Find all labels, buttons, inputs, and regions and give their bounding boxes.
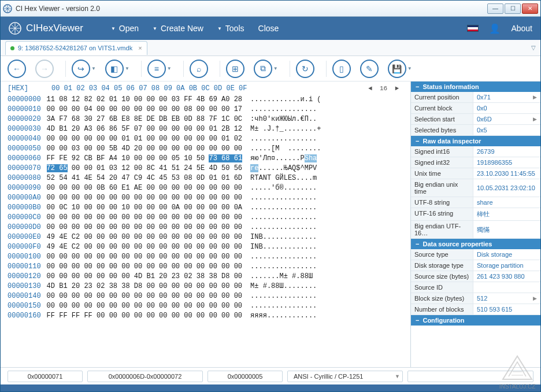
user-icon[interactable]: 👤 (489, 23, 501, 34)
row-current-position[interactable]: Current position0x71▶ (411, 92, 540, 103)
section-status-info[interactable]: −Status information (411, 82, 540, 92)
row-selected-bytes[interactable]: Selected bytes0x5 (411, 125, 540, 136)
status-bar: 0x00000071 0x0000006D-0x00000072 0x00000… (1, 367, 540, 384)
goto-dropdown[interactable]: ▼ (91, 66, 96, 71)
inspector-panel: −Status information Current position0x71… (410, 82, 540, 367)
section-data-source[interactable]: −Data source properties (411, 239, 540, 249)
row-be-utf16[interactable]: Big endian UTF-16…獨慲 (411, 221, 540, 239)
row-disk-type[interactable]: Disk storage typeStorage partition (411, 260, 540, 271)
row-selection-start[interactable]: Selection start0x6D▶ (411, 114, 540, 125)
row-current-block[interactable]: Current block0x0 (411, 103, 540, 114)
bookmark-button[interactable]: ◧ (105, 60, 124, 78)
save-button[interactable]: 💾 (388, 60, 406, 78)
tab-close-icon[interactable]: × (138, 45, 142, 51)
row-int16[interactable]: Signed int1626739 (411, 146, 540, 157)
bookmark-dropdown[interactable]: ▼ (125, 66, 129, 71)
status-range: 0x0000006D-0x00000072 (87, 371, 203, 382)
row-source-id[interactable]: Source ID (411, 282, 540, 293)
edit-button[interactable]: ✎ (360, 60, 379, 78)
menu-about[interactable]: About (511, 24, 532, 33)
window-title: CI Hex Viewer - version 2.0 (16, 5, 487, 13)
hex-row[interactable]: 000000E049 4E C2 00 00 00 00 00 00 00 00… (8, 232, 410, 242)
menu-open[interactable]: ▼Open (111, 24, 139, 33)
hex-row[interactable]: 0000009000 00 00 00 0B 60 E1 AE 00 00 00… (8, 183, 410, 193)
row-source-type[interactable]: Source typeDisk storage (411, 249, 540, 260)
hex-row[interactable]: 0000015000 00 00 00 00 00 00 00 00 00 00… (8, 301, 410, 311)
language-icon[interactable] (467, 25, 479, 32)
status-position: 0x00000071 (8, 371, 83, 382)
main-menubar: CIHexViewer ▼Open ▼Create New ▼Tools Clo… (1, 17, 540, 40)
brand-icon (9, 22, 21, 35)
hex-row[interactable]: 000000F049 4E C2 00 00 00 00 00 00 00 00… (8, 242, 410, 252)
row-be-unixtime[interactable]: Big endian unix time10.05.2031 23:02:10 (411, 179, 540, 197)
close-window-button[interactable]: ✕ (522, 3, 538, 14)
tab-active[interactable]: 9: 13687652-524281267 on VITS1.vmdk × (5, 41, 147, 55)
tab-overflow-icon[interactable]: ▽ (531, 45, 536, 51)
minimize-button[interactable]: — (487, 3, 503, 14)
row-num-blocks[interactable]: Number of blocks510 593 615 (411, 304, 540, 315)
row-utf8[interactable]: UTF-8 stringshare (411, 197, 540, 208)
status-spacer (407, 371, 533, 382)
status-encoding[interactable]: ANSI - Cyrillic / CP-1251▼ (287, 371, 403, 382)
hex-row[interactable]: 0000004000 00 00 00 00 00 01 01 00 00 00… (8, 134, 410, 144)
hex-viewer[interactable]: ◄ 16 ► [HEX]00 01 02 03 04 05 06 07 08 0… (1, 82, 410, 367)
tab-label: 9: 13687652-524281267 on VITS1.vmdk (18, 45, 132, 51)
brand-label: CIHexViewer (26, 23, 83, 34)
grid-button[interactable]: ⊞ (226, 60, 244, 78)
hex-row[interactable]: 00000060FF FE 92 CB BF A4 10 00 00 00 05… (8, 154, 410, 164)
hex-row[interactable]: 0000007072 65 00 00 01 03 12 00 8C 41 51… (8, 164, 410, 173)
hex-row[interactable]: 0000005000 00 03 00 00 5B 4D 20 00 00 00… (8, 144, 410, 154)
nav-forward-button: → (35, 60, 54, 78)
list-button[interactable]: ≡ (147, 60, 166, 78)
menu-tools[interactable]: ▼Tools (217, 24, 244, 33)
tab-bar: 9: 13687652-524281267 on VITS1.vmdk × ▽ (1, 40, 540, 56)
footer-bar (1, 384, 540, 391)
window-titlebar: CI Hex Viewer - version 2.0 — ☐ ✕ (1, 1, 540, 17)
row-source-size[interactable]: Source size (bytes)261 423 930 880 (411, 271, 540, 282)
hex-row[interactable]: 000000B000 0C 10 00 00 00 10 00 00 00 0A… (8, 203, 410, 213)
app-icon (3, 4, 12, 13)
hex-row[interactable]: 000001304D B1 20 23 02 38 38 D8 00 00 00… (8, 282, 410, 291)
maximize-button[interactable]: ☐ (505, 3, 521, 14)
goto-button[interactable]: ↪ (72, 60, 90, 78)
hex-row[interactable]: 0000001000 00 00 04 00 00 00 00 00 00 00… (8, 105, 410, 114)
app-brand: CIHexViewer (9, 22, 83, 35)
tab-status-dot (10, 46, 14, 50)
row-int32[interactable]: Signed int321918986355 (411, 157, 540, 168)
hex-row[interactable]: 0000010000 00 00 00 00 00 00 00 00 00 00… (8, 252, 410, 262)
column-pager[interactable]: ◄ 16 ► (368, 84, 399, 94)
row-unixtime[interactable]: Unix time23.10.2030 11:45:55 (411, 168, 540, 179)
section-configuration[interactable]: −Configuration (411, 315, 540, 326)
search-button[interactable]: ⌕ (190, 60, 208, 78)
row-utf16[interactable]: UTF-16 string桳牡 (411, 208, 540, 221)
hex-row[interactable]: 00000160FF FF FF FF 00 00 00 00 00 00 00… (8, 311, 410, 321)
hex-row[interactable]: 0000008052 54 41 4E 54 20 47 C9 4C 45 53… (8, 173, 410, 183)
hex-row[interactable]: 0000011000 00 00 00 00 00 00 00 00 00 00… (8, 262, 410, 272)
hex-row[interactable]: 000000203A F7 68 30 27 6B E8 8E DE DB EB… (8, 114, 410, 124)
hex-row[interactable]: 000000C000 00 00 00 00 00 00 00 00 00 00… (8, 213, 410, 223)
hex-row[interactable]: 000000304D B1 20 A3 06 86 5F 07 00 00 00… (8, 124, 410, 134)
copy-button[interactable]: ⧉ (254, 60, 272, 78)
copy-dropdown[interactable]: ▼ (273, 66, 278, 71)
nav-back-button[interactable]: ← (8, 60, 26, 78)
save-dropdown[interactable]: ▼ (407, 66, 412, 71)
list-dropdown[interactable]: ▼ (167, 66, 172, 71)
hex-row[interactable]: 000000A000 00 00 00 00 00 00 00 00 00 00… (8, 193, 410, 203)
hex-row[interactable]: 0000014000 00 00 00 00 00 00 00 00 00 00… (8, 291, 410, 301)
section-raw-data[interactable]: −Raw data inspector (411, 136, 540, 146)
status-length: 0x00000005 (207, 371, 283, 382)
menu-close[interactable]: Close (258, 24, 279, 33)
menu-create-new[interactable]: ▼Create New (153, 24, 203, 33)
hex-row[interactable]: 0000012000 00 00 00 00 00 00 4D B1 20 23… (8, 272, 410, 282)
hex-row[interactable]: 000000D000 00 00 00 00 00 00 00 00 00 00… (8, 223, 410, 232)
hex-row[interactable]: 0000000011 08 12 82 02 01 10 00 00 00 03… (8, 95, 410, 105)
row-block-size[interactable]: Block size (bytes)512▶ (411, 293, 540, 304)
notebook-button[interactable]: ▯ (332, 60, 351, 78)
refresh-button[interactable]: ↻ (296, 60, 314, 78)
toolbar: ← → ↪▼ ◧▼ ≡▼ ⌕ ⊞ ⧉▼ ↻ ▯ ✎ 💾▼ (1, 56, 540, 82)
